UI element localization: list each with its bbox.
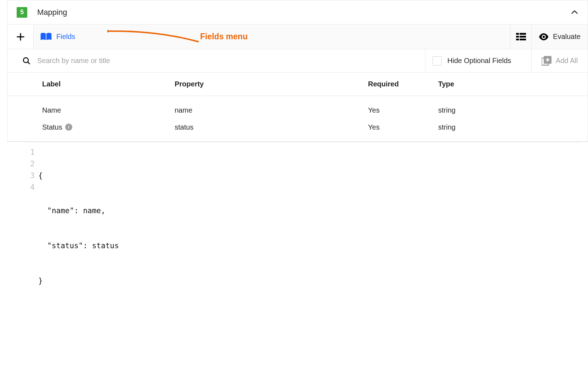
evaluate-label: Evaluate [553, 33, 581, 41]
layout-toggle-button[interactable] [510, 24, 532, 49]
table-header: Label Property Required Type [7, 73, 588, 96]
svg-rect-8 [520, 39, 526, 40]
hide-optional-label: Hide Optional Fields [447, 57, 511, 65]
row-type: string [438, 106, 588, 114]
svg-rect-4 [520, 33, 526, 35]
svg-rect-3 [516, 33, 519, 35]
annotation-arrow: Fields menu [107, 28, 248, 46]
svg-rect-7 [516, 39, 519, 40]
svg-rect-6 [520, 36, 526, 38]
hide-optional-checkbox[interactable] [432, 56, 442, 66]
hide-optional-toggle[interactable]: Hide Optional Fields [425, 49, 532, 72]
table-body: Name name Yes string Status i status Yes… [7, 96, 588, 142]
code-content[interactable]: { "name": name, "status": status } [38, 147, 581, 312]
row-required: Yes [368, 106, 438, 114]
row-type: string [438, 123, 588, 131]
add-all-button[interactable]: Add All [532, 49, 588, 72]
toolbar: Fields Fields menu [7, 24, 588, 49]
section-title: Mapping [37, 8, 561, 17]
add-all-icon [542, 56, 552, 66]
code-line: } [38, 275, 581, 287]
search-row: Hide Optional Fields Add All [7, 49, 588, 73]
table-row[interactable]: Name name Yes string [7, 102, 588, 119]
col-header-label: Label [42, 80, 175, 88]
step-number: 5 [20, 8, 24, 16]
svg-point-10 [23, 58, 28, 63]
section-header[interactable]: 5 Mapping [7, 0, 588, 24]
code-line: "status": status [38, 240, 581, 252]
evaluate-button[interactable]: Evaluate [532, 24, 588, 49]
eye-icon [539, 33, 549, 40]
col-header-property: Property [175, 80, 368, 88]
code-gutter: 1234 [24, 147, 38, 312]
row-property: status [175, 123, 368, 131]
row-property: name [175, 106, 368, 114]
search-icon [22, 57, 31, 65]
svg-point-9 [543, 35, 545, 38]
add-all-label: Add All [556, 57, 578, 65]
row-label: Status [42, 123, 62, 131]
fields-label: Fields [56, 33, 75, 41]
fields-menu-button[interactable]: Fields Fields menu [34, 24, 510, 49]
row-label: Name [42, 106, 61, 114]
chevron-up-icon[interactable] [571, 8, 578, 16]
book-icon [40, 32, 52, 41]
annotation-label: Fields menu [200, 32, 248, 41]
info-icon[interactable]: i [65, 124, 72, 131]
code-line: { [38, 170, 581, 182]
row-required: Yes [368, 123, 438, 131]
table-row[interactable]: Status i status Yes string [7, 119, 588, 136]
col-header-type: Type [438, 80, 588, 88]
search-input[interactable] [37, 57, 425, 65]
svg-rect-5 [516, 36, 519, 38]
add-button[interactable] [7, 24, 34, 49]
code-editor[interactable]: 1234 { "name": name, "status": status } [24, 142, 581, 312]
code-line: "name": name, [38, 205, 581, 217]
col-header-required: Required [368, 80, 438, 88]
step-badge: 5 [17, 7, 27, 18]
svg-line-11 [28, 62, 30, 64]
